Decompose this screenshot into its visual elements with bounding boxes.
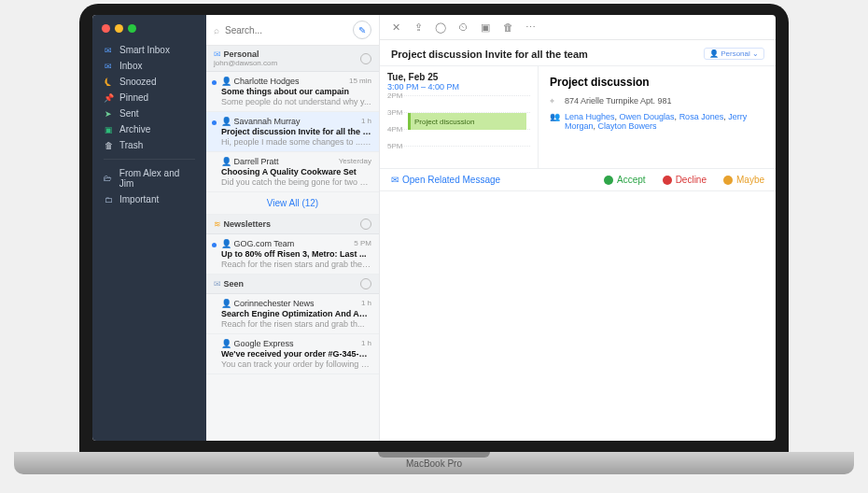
message-row[interactable]: 👤 Corinnechester News1 hSearch Engine Op… <box>206 294 379 334</box>
message-row[interactable]: 👤 Charlotte Hodges15 minSome things abou… <box>206 72 379 112</box>
sidebar-item-archive[interactable]: ▣Archive <box>92 121 206 137</box>
sidebar-item-label: Snoozed <box>119 77 156 87</box>
event-action-bar: ✉ Open Related Message Accept Decline Ma… <box>380 169 776 191</box>
message-sender: 👤 Savannah Murray <box>221 117 301 126</box>
reader-pane: ✕ ⇪ ◯ ⏲ ▣ 🗑 ⋯ Project discussion Invite … <box>380 15 776 441</box>
message-sender: 👤 Darrell Pratt <box>221 157 279 166</box>
timeline-hour: 2PM <box>387 95 530 112</box>
message-subject: Choosing A Quality Cookware Set <box>221 167 371 176</box>
mark-read-icon[interactable] <box>360 278 371 289</box>
accept-icon <box>604 176 613 185</box>
message-subject: We've received your order #G-345-04... <box>221 349 371 359</box>
sidebar-item-snoozed[interactable]: ⏾Snoozed <box>92 74 206 90</box>
sidebar-item-pinned[interactable]: 📌Pinned <box>92 90 206 106</box>
sidebar-item-inbox[interactable]: ✉Inbox <box>92 58 206 74</box>
sidebar-item-label: Archive <box>119 124 150 134</box>
message-preview: Some people do not understand why y... <box>221 97 371 106</box>
mark-read-icon[interactable] <box>360 218 371 230</box>
message-row[interactable]: 👤 Google Express1 hWe've received your o… <box>206 334 379 374</box>
compose-button[interactable]: ✎ <box>353 21 371 39</box>
laptop-base: MacBook Pro <box>14 452 854 474</box>
attendee-link[interactable]: Rosa Jones <box>679 112 724 121</box>
sidebar-item-label: Inbox <box>119 61 142 71</box>
message-time: 5 PM <box>354 239 371 248</box>
section-header[interactable]: ✉ Seen <box>206 275 379 294</box>
circle-icon[interactable]: ◯ <box>434 21 447 34</box>
attendee-link[interactable]: Owen Douglas <box>620 112 675 121</box>
message-list-pane: ⌕ ✎ ✉ Personaljohn@dawson.com👤 Charlotte… <box>206 15 380 441</box>
close-icon[interactable]: ✕ <box>389 21 402 34</box>
message-subject: Search Engine Optimization And Adve... <box>221 309 371 318</box>
message-sender: 👤 GOG.com Team <box>221 239 294 248</box>
message-row[interactable]: 👤 GOG.com Team5 PMUp to 80% off Risen 3,… <box>206 234 379 275</box>
attendee-link[interactable]: Lena Hughes <box>565 112 615 121</box>
sidebar-icon: 🗑 <box>104 141 113 150</box>
sidebar-icon: ➤ <box>104 109 113 119</box>
section-header[interactable]: ✉ Personaljohn@dawson.com <box>206 46 379 72</box>
message-preview: Reach for the risen stars and grab them.… <box>221 260 371 269</box>
pin-icon[interactable]: ⇪ <box>412 21 425 34</box>
message-preview: Reach for the risen stars and grab th... <box>221 319 371 329</box>
sidebar-folder-label: Important <box>119 194 159 204</box>
folder-icon: 🗀 <box>104 195 113 204</box>
window-controls <box>92 21 206 42</box>
section-header[interactable]: ≋ Newsletters <box>206 215 379 234</box>
minimize-window[interactable] <box>115 24 123 33</box>
sidebar-item-smart-inbox[interactable]: ✉Smart Inbox <box>92 42 206 58</box>
event-location-row: ⌖ 874 Arielle Turnpike Apt. 981 <box>550 96 764 106</box>
chevron-down-icon: ⌄ <box>752 49 759 58</box>
tag-badge[interactable]: 👤 Personal ⌄ <box>704 48 764 60</box>
event-chip[interactable]: Project discussion <box>408 113 526 130</box>
sidebar-folder-label: From Alex and Jim <box>119 168 195 189</box>
sidebar-item-sent[interactable]: ➤Sent <box>92 106 206 121</box>
sidebar-item-label: Smart Inbox <box>119 45 170 55</box>
event-details: Project discussion ⌖ 874 Arielle Turnpik… <box>539 66 776 168</box>
decline-button[interactable]: Decline <box>663 175 707 185</box>
search-input[interactable] <box>225 25 347 35</box>
sidebar-item-label: Sent <box>119 108 139 119</box>
message-time: Yesterday <box>339 157 371 166</box>
trash-icon[interactable]: 🗑 <box>501 21 514 34</box>
decline-icon <box>663 176 672 185</box>
sidebar-item-trash[interactable]: 🗑Trash <box>92 137 206 153</box>
message-row[interactable]: 👤 Savannah Murray1 hProject discussion I… <box>206 112 379 152</box>
snooze-icon[interactable]: ⏲ <box>456 21 469 34</box>
sidebar-folder[interactable]: 🗀Important <box>92 191 206 207</box>
sidebar-item-label: Trash <box>119 140 143 150</box>
envelope-icon: ✉ <box>391 175 399 185</box>
open-related-message[interactable]: ✉ Open Related Message <box>391 175 500 185</box>
message-preview: You can track your order by following th… <box>221 359 371 369</box>
section-title: Newsletters <box>224 219 272 229</box>
section-icon: ✉ <box>214 49 221 59</box>
view-all-link[interactable]: View All (12) <box>206 192 379 215</box>
sidebar-icon: ▣ <box>104 125 113 134</box>
location-icon: ⌖ <box>550 96 559 106</box>
calendar-event: Tue, Feb 25 3:00 PM – 4:00 PM 2PM3PM4PM5… <box>380 66 776 169</box>
sidebar-folder[interactable]: 🗁From Alex and Jim <box>92 165 206 191</box>
message-sender: 👤 Google Express <box>221 339 294 348</box>
accept-button[interactable]: Accept <box>604 175 646 185</box>
calendar-column: Tue, Feb 25 3:00 PM – 4:00 PM 2PM3PM4PM5… <box>380 66 539 168</box>
mark-read-icon[interactable] <box>360 53 371 64</box>
section-icon: ✉ <box>214 279 221 289</box>
event-name: Project discussion <box>550 76 764 89</box>
unread-dot <box>212 120 217 125</box>
sidebar: ✉Smart Inbox✉Inbox⏾Snoozed📌Pinned➤Sent▣A… <box>92 15 206 441</box>
more-icon[interactable]: ⋯ <box>524 21 537 34</box>
maybe-button[interactable]: Maybe <box>723 175 764 185</box>
timeline: 2PM3PM4PM5PM Project discussion <box>387 95 530 162</box>
maximize-window[interactable] <box>128 24 136 33</box>
search-bar: ⌕ ✎ <box>206 15 379 46</box>
unread-dot <box>212 243 217 247</box>
timeline-hour: 5PM <box>387 146 530 162</box>
section-title: Personal <box>224 49 259 59</box>
event-location: 874 Arielle Turnpike Apt. 981 <box>565 96 672 106</box>
message-sender: 👤 Charlotte Hodges <box>221 77 300 86</box>
attendee-link[interactable]: Clayton Bowers <box>598 121 657 131</box>
archive-icon[interactable]: ▣ <box>479 21 492 34</box>
message-row[interactable]: 👤 Darrell PrattYesterdayChoosing A Quali… <box>206 152 379 192</box>
message-subject: Some things about our campain <box>221 87 371 96</box>
close-window[interactable] <box>102 24 110 33</box>
sidebar-icon: 📌 <box>104 93 113 103</box>
reader-toolbar: ✕ ⇪ ◯ ⏲ ▣ 🗑 ⋯ <box>380 15 776 40</box>
